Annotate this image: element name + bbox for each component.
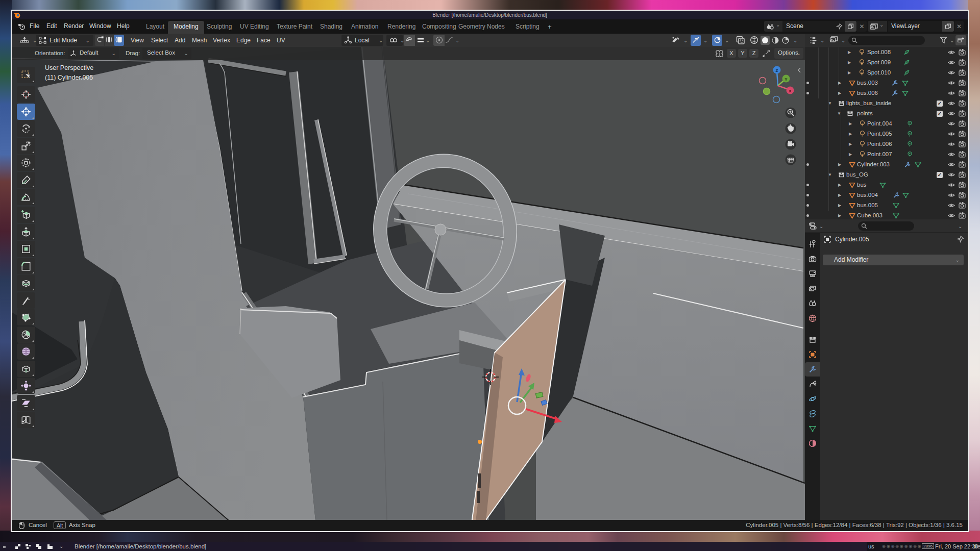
svg-text:Y: Y [785,77,788,82]
svg-text:User Perspective: User Perspective [45,64,93,71]
svg-text:(11) Cylinder.005: (11) Cylinder.005 [45,74,93,81]
svg-text:X: X [789,89,792,93]
svg-text:Z: Z [776,68,778,73]
